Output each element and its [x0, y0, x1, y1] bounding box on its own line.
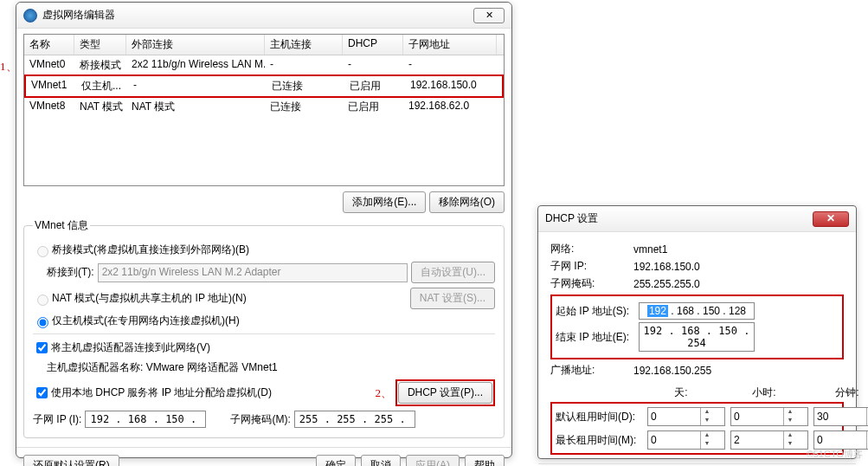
table-header: 名称 类型 外部连接 主机连接 DHCP 子网地址: [24, 35, 504, 55]
table-cell: -: [265, 55, 343, 75]
table-cell: VMnet1: [26, 76, 76, 96]
start-ip-input[interactable]: 192 . 168 . 150 . 128: [639, 302, 755, 320]
max-minutes-spinner[interactable]: ▲▼: [813, 430, 868, 450]
subnet-ip-input[interactable]: [85, 411, 206, 428]
table-cell: 已连接: [267, 76, 344, 96]
col-type[interactable]: 类型: [74, 35, 126, 55]
nat-settings-button[interactable]: NAT 设置(S)...: [410, 288, 495, 309]
table-cell: VMnet0: [24, 55, 74, 75]
globe-icon: [23, 9, 37, 23]
mask-value: 255.255.255.0: [633, 278, 844, 290]
table-cell: -: [343, 55, 403, 75]
annotation-2: 2、: [375, 385, 392, 401]
default-days-spinner[interactable]: ▲▼: [647, 407, 725, 426]
table-row[interactable]: VMnet1仅主机...-已连接已启用192.168.150.0: [24, 74, 504, 98]
table-cell: 仅主机...: [76, 76, 128, 96]
network-value: vmnet1: [633, 243, 844, 256]
dhcp-title-bar: DHCP 设置 ✕: [538, 206, 856, 232]
default-hours-spinner[interactable]: ▲▼: [730, 407, 808, 426]
apply-button[interactable]: 应用(A): [406, 455, 460, 466]
help-button[interactable]: 帮助: [465, 455, 505, 466]
table-cell: 已启用: [344, 76, 405, 96]
table-cell: 已连接: [265, 97, 343, 117]
subnet-value: 192.168.150.0: [633, 261, 844, 273]
table-cell: 2x2 11b/g/n Wireless LAN M...: [126, 55, 265, 75]
table-body[interactable]: VMnet0桥接模式2x2 11b/g/n Wireless LAN M...-…: [24, 55, 504, 185]
dialog-title: 虚拟网络编辑器: [42, 8, 473, 23]
broadcast-label: 广播地址:: [550, 363, 633, 378]
table-cell: 192.168.62.0: [403, 97, 497, 117]
vmnet-info-legend: VMnet 信息: [33, 218, 90, 233]
restore-default-button[interactable]: 还原默认设置(R): [23, 455, 119, 466]
auto-settings-button[interactable]: 自动设置(U)...: [411, 262, 495, 283]
mask-label: 子网掩码:: [550, 276, 633, 291]
bridged-radio[interactable]: 桥接模式(将虚拟机直接连接到外部网络)(B): [33, 243, 249, 257]
col-external[interactable]: 外部连接: [126, 35, 265, 55]
table-row[interactable]: VMnet0桥接模式2x2 11b/g/n Wireless LAN M...-…: [24, 55, 504, 75]
remove-network-button[interactable]: 移除网络(O): [429, 191, 505, 213]
subnet-label: 子网 IP:: [550, 259, 633, 274]
broadcast-value: 192.168.150.255: [633, 365, 844, 377]
dhcp-settings-button[interactable]: DHCP 设置(P)...: [398, 382, 492, 404]
annotation-1: 1、: [0, 59, 17, 74]
hours-header: 小时:: [725, 385, 803, 400]
bridge-to-label: 桥接到(T):: [47, 265, 94, 280]
vmnet-info-group: VMnet 信息 桥接模式(将虚拟机直接连接到外部网络)(B) 桥接到(T): …: [23, 218, 505, 438]
days-header: 天:: [642, 385, 720, 400]
dhcp-settings-dialog: DHCP 设置 ✕ 网络:vmnet1 子网 IP:192.168.150.0 …: [537, 205, 857, 459]
subnet-mask-input[interactable]: [294, 411, 415, 428]
table-cell: VMnet8: [24, 97, 74, 117]
network-table: 名称 类型 外部连接 主机连接 DHCP 子网地址 VMnet0桥接模式2x2 …: [23, 34, 505, 186]
adapter-name-label: 主机虚拟适配器名称: VMware 网络适配器 VMnet1: [47, 360, 278, 375]
hostonly-radio[interactable]: 仅主机模式(在专用网络内连接虚拟机)(H): [33, 314, 240, 328]
end-ip-label: 结束 IP 地址(E):: [556, 330, 639, 345]
end-ip-input[interactable]: 192 . 168 . 150 . 254: [639, 322, 755, 352]
dhcp-close-button[interactable]: ✕: [813, 211, 849, 227]
table-cell: NAT 模式: [126, 97, 265, 117]
default-lease-label: 默认租用时间(D):: [556, 410, 642, 424]
subnet-mask-label: 子网掩码(M):: [230, 412, 290, 427]
watermark: ©51CTO博客: [807, 448, 863, 461]
close-button[interactable]: ✕: [473, 8, 505, 23]
title-bar: 虚拟网络编辑器 ✕: [16, 3, 511, 29]
virtual-network-editor-dialog: 虚拟网络编辑器 ✕ 名称 类型 外部连接 主机连接 DHCP 子网地址 VMne…: [16, 2, 512, 458]
table-cell: -: [128, 76, 267, 96]
col-subnet[interactable]: 子网地址: [403, 35, 497, 55]
max-hours-spinner[interactable]: ▲▼: [730, 430, 808, 450]
nat-radio[interactable]: NAT 模式(与虚拟机共享主机的 IP 地址)(N): [33, 291, 407, 306]
subnet-ip-label: 子网 IP (I):: [33, 412, 81, 427]
max-lease-label: 最长租用时间(M):: [556, 433, 642, 448]
col-name[interactable]: 名称: [24, 35, 74, 55]
add-network-button[interactable]: 添加网络(E)...: [343, 191, 426, 213]
table-cell: 桥接模式: [74, 55, 126, 75]
col-host[interactable]: 主机连接: [265, 35, 343, 55]
table-cell: NAT 模式: [74, 97, 126, 117]
minutes-header: 分钟:: [808, 385, 868, 400]
dhcp-dialog-title: DHCP 设置: [545, 211, 813, 226]
col-dhcp[interactable]: DHCP: [343, 35, 403, 55]
network-label: 网络:: [550, 242, 633, 256]
table-row[interactable]: VMnet8NAT 模式NAT 模式已连接已启用192.168.62.0: [24, 97, 504, 117]
max-days-spinner[interactable]: ▲▼: [647, 430, 725, 450]
table-cell: -: [403, 55, 497, 75]
cancel-button[interactable]: 取消: [361, 455, 401, 466]
start-ip-label: 起始 IP 地址(S):: [556, 304, 639, 319]
default-minutes-spinner[interactable]: ▲▼: [813, 407, 868, 426]
connect-host-checkbox[interactable]: 将主机虚拟适配器连接到此网络(V): [33, 340, 210, 356]
bridge-adapter-select[interactable]: 2x2 11b/g/n Wireless LAN M.2 Adapter: [98, 263, 408, 282]
dialog-footer: 还原默认设置(R) 确定 取消 应用(A) 帮助: [16, 447, 511, 466]
use-dhcp-checkbox[interactable]: 使用本地 DHCP 服务将 IP 地址分配给虚拟机(D): [33, 385, 371, 401]
table-cell: 192.168.150.0: [405, 76, 498, 96]
ok-button[interactable]: 确定: [316, 455, 356, 466]
table-cell: 已启用: [343, 97, 403, 117]
